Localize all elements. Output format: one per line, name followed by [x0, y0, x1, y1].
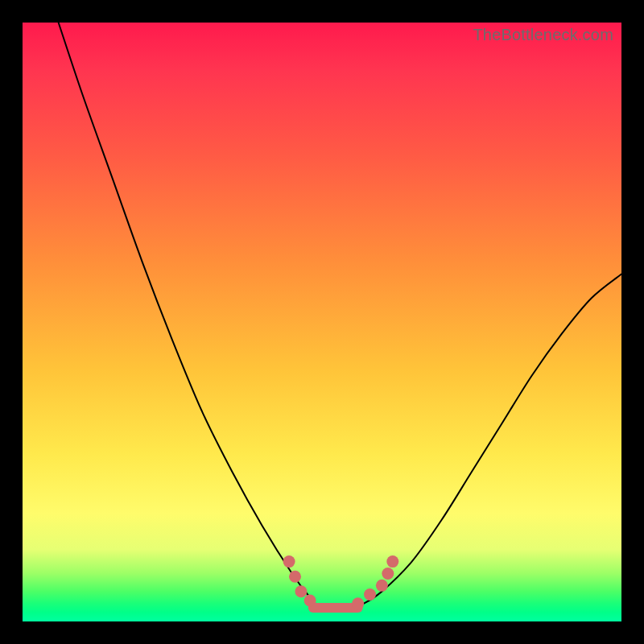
bead-point — [295, 585, 307, 597]
plot-area: TheBottleneck.com — [23, 23, 621, 621]
bead-point — [289, 571, 301, 583]
bead-point — [304, 594, 316, 606]
bead-point — [352, 597, 364, 609]
bead-point — [283, 555, 295, 568]
bead-point — [376, 580, 388, 592]
bead-point — [382, 568, 394, 580]
bead-group — [283, 555, 399, 609]
chart-frame: TheBottleneck.com — [0, 0, 644, 644]
curve-path — [59, 23, 621, 610]
bottleneck-curve — [23, 23, 621, 621]
bead-point — [364, 588, 376, 601]
bead-point — [386, 555, 398, 568]
